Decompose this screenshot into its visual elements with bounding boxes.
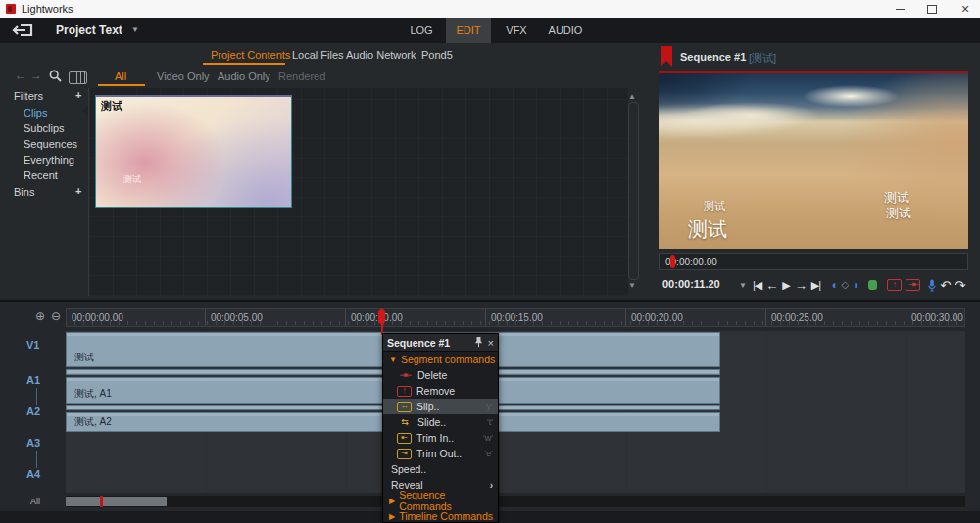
jump-start-button[interactable]: |◀ bbox=[753, 280, 761, 291]
tile-view-icon[interactable] bbox=[69, 71, 87, 84]
ruler-label: 00:00:10.00 bbox=[351, 312, 403, 323]
pin-icon[interactable] bbox=[474, 337, 483, 348]
mark-out-icon[interactable]: ◗ bbox=[853, 278, 859, 292]
timeline-ruler[interactable]: 00:00:00.00 00:00:05.00 00:00:10.00 00:0… bbox=[66, 308, 965, 327]
step-back-button[interactable]: ← bbox=[765, 279, 778, 292]
mark-in-icon[interactable]: ◖ bbox=[830, 278, 837, 292]
history-forward-icon[interactable]: → bbox=[30, 69, 42, 82]
tab-pond5[interactable]: Pond5 bbox=[421, 49, 453, 61]
contents-scrollbar[interactable]: ▲ ▼ bbox=[625, 92, 640, 290]
menu-section-timeline-commands[interactable]: ▶ Timeline Commands bbox=[383, 508, 498, 523]
filter-sequences[interactable]: Sequences bbox=[24, 138, 77, 150]
clip-a2-label: 测试, A2 bbox=[74, 415, 112, 429]
viewer-timecode[interactable]: 00:00:11.20 bbox=[662, 278, 720, 290]
tab-audio[interactable]: AUDIO bbox=[540, 18, 591, 43]
scroll-up-icon[interactable]: ▲ bbox=[628, 92, 636, 101]
replace-edit-icon[interactable]: ↑ bbox=[887, 279, 902, 291]
menu-item-label: Speed.. bbox=[391, 463, 493, 475]
menu-item-delete[interactable]: ⇥⇤ Delete bbox=[383, 367, 498, 383]
menu-section-sequence-commands[interactable]: ▶ Sequence Commands bbox=[383, 493, 498, 508]
tab-project-contents-underline bbox=[203, 63, 285, 65]
step-forward-button[interactable]: → bbox=[795, 279, 808, 292]
menu-item-label: Trim Out.. bbox=[416, 448, 480, 459]
menu-item-label: Remove bbox=[416, 385, 493, 397]
menu-item-speed[interactable]: Speed.. bbox=[383, 461, 498, 477]
filters-header: Filters bbox=[14, 90, 43, 102]
filter-subclips[interactable]: Subclips bbox=[24, 122, 65, 134]
menu-item-trim-out[interactable]: ⇥ Trim Out.. 'e' bbox=[383, 446, 498, 461]
viewer-scrub-bar[interactable]: 00:00:00.00 bbox=[659, 253, 968, 270]
menu-item-slide[interactable]: ⇆ Slide.. 't' bbox=[383, 414, 498, 430]
scrollbar-track[interactable] bbox=[628, 102, 639, 280]
track-header-a1[interactable]: A1 bbox=[26, 374, 40, 386]
context-menu-titlebar[interactable]: Sequence #1 × bbox=[383, 334, 498, 352]
ruler-separator bbox=[345, 309, 346, 326]
lightworks-logo-icon bbox=[6, 4, 16, 14]
menu-item-slip[interactable]: ↔ Slip.. 'y' bbox=[383, 399, 498, 414]
subtab-video-only[interactable]: Video Only bbox=[157, 71, 210, 82]
tab-vfx[interactable]: VFX bbox=[495, 18, 538, 43]
menu-item-remove[interactable]: ↑ Remove bbox=[383, 383, 498, 399]
tab-log[interactable]: LOG bbox=[400, 18, 443, 43]
ruler-label: 00:00:20.00 bbox=[631, 312, 683, 323]
filter-recent[interactable]: Recent bbox=[24, 169, 58, 181]
track-header-v1[interactable]: V1 bbox=[26, 339, 39, 351]
viewer-playhead[interactable] bbox=[670, 255, 675, 268]
menu-item-shortcut: 'y' bbox=[485, 402, 493, 411]
track-header-a3[interactable]: A3 bbox=[26, 437, 40, 449]
clip-v1-label: 测试 bbox=[74, 351, 94, 364]
timeline-playhead-handle[interactable] bbox=[378, 309, 385, 324]
section-label: Sequence Commands bbox=[399, 489, 498, 512]
subtab-all[interactable]: All bbox=[115, 71, 126, 82]
ruler-separator bbox=[906, 309, 906, 326]
tab-project-contents[interactable]: Project Contents bbox=[211, 49, 290, 61]
project-dropdown-icon[interactable]: ▼ bbox=[131, 25, 139, 34]
filter-everything[interactable]: Everything bbox=[24, 154, 74, 166]
tab-local-files[interactable]: Local Files bbox=[292, 49, 344, 61]
menu-item-shortcut: 'e' bbox=[485, 449, 493, 458]
timeline-hscrollbar[interactable] bbox=[66, 496, 965, 507]
play-button[interactable]: ▶ bbox=[782, 280, 790, 291]
track-header-a2[interactable]: A2 bbox=[26, 405, 40, 417]
window-titlebar: Lightworks × bbox=[0, 0, 980, 19]
hscrollbar-thumb[interactable] bbox=[66, 497, 167, 506]
menu-item-label: Slip.. bbox=[416, 401, 480, 412]
minimize-button[interactable] bbox=[885, 0, 914, 18]
all-tracks-label[interactable]: All bbox=[30, 497, 40, 506]
add-bin-button[interactable]: + bbox=[75, 185, 81, 197]
record-indicator-icon[interactable] bbox=[868, 280, 877, 290]
search-icon[interactable] bbox=[49, 70, 62, 82]
subtab-audio-only[interactable]: Audio Only bbox=[218, 71, 270, 82]
restore-button[interactable] bbox=[917, 0, 947, 18]
tab-edit[interactable]: EDIT bbox=[446, 18, 491, 43]
exit-project-icon[interactable] bbox=[12, 24, 33, 37]
jump-end-button[interactable]: ▶| bbox=[811, 280, 820, 291]
tab-audio-network[interactable]: Audio Network bbox=[346, 49, 416, 61]
project-name[interactable]: Project Text bbox=[56, 24, 122, 37]
menu-item-trim-in[interactable]: ⇤ Trim In.. 'w' bbox=[383, 430, 498, 446]
track-header-a4[interactable]: A4 bbox=[26, 468, 40, 480]
transport-controls: |◀ ← ▶ → ▶| ◖ ◇ ◗ ↑ ⇥⇤ ↶ ↷ bbox=[753, 275, 974, 295]
scroll-down-icon[interactable]: ▼ bbox=[628, 281, 636, 290]
redo-icon[interactable]: ↷ bbox=[955, 279, 965, 292]
track-group-link bbox=[36, 451, 37, 468]
filter-clips[interactable]: Clips bbox=[24, 107, 47, 119]
menu-close-icon[interactable]: × bbox=[488, 337, 494, 349]
mark-point-icon[interactable]: ◇ bbox=[841, 280, 849, 290]
ruler-separator bbox=[625, 309, 626, 326]
subtab-rendered[interactable]: Rendered bbox=[278, 71, 325, 82]
ruler-separator bbox=[765, 309, 766, 326]
timecode-dropdown-icon[interactable]: ▼ bbox=[739, 281, 747, 290]
clip-thumbnail[interactable]: 测试 测试 bbox=[95, 95, 292, 208]
history-back-icon[interactable]: ← bbox=[15, 69, 26, 82]
microphone-icon[interactable] bbox=[928, 279, 936, 292]
insert-edit-icon[interactable]: ⇥⇤ bbox=[906, 279, 920, 291]
menu-section-segment-commands[interactable]: ▼ Segment commands bbox=[383, 352, 498, 367]
add-filter-button[interactable]: + bbox=[75, 89, 81, 101]
close-button[interactable]: × bbox=[951, 0, 980, 18]
zoom-out-icon[interactable]: ⊖ bbox=[51, 309, 61, 323]
undo-icon[interactable]: ↶ bbox=[940, 279, 951, 292]
video-preview[interactable]: 测试 测试 测试 测试 bbox=[659, 71, 968, 249]
sequence-bookmark-icon bbox=[661, 46, 672, 67]
zoom-in-icon[interactable]: ⊕ bbox=[35, 309, 45, 323]
